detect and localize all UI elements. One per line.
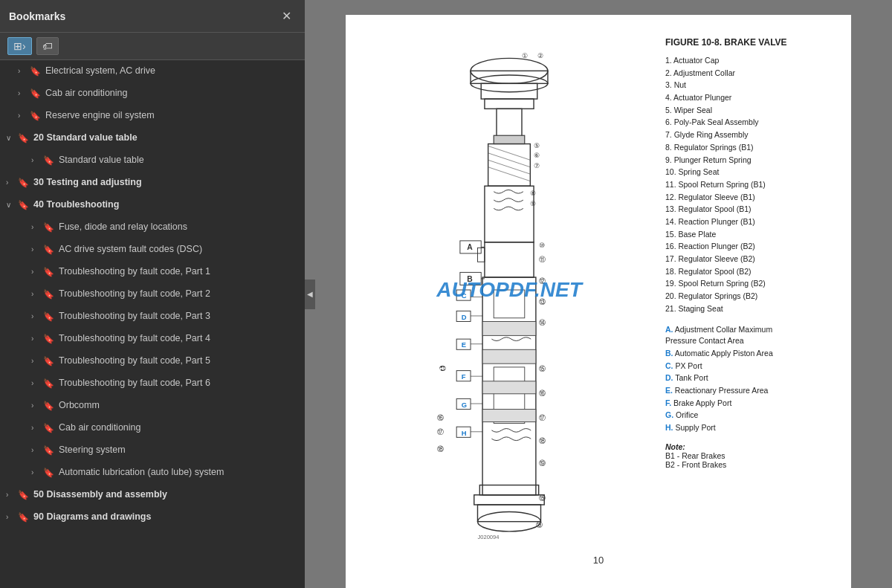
sidebar-toolbar: ⊞› 🏷	[0, 33, 305, 60]
sidebar-item-label: 20 Standard value table	[33, 132, 138, 145]
page-container[interactable]: AUTOPDF.NET ① ②	[305, 0, 892, 588]
svg-text:B: B	[467, 275, 473, 283]
svg-text:E: E	[462, 340, 466, 349]
bookmark-tag-icon[interactable]: 🏷	[36, 37, 59, 55]
svg-text:㉑: ㉑	[439, 365, 446, 372]
legend-area: FIGURE 10-8. BRAKE VALVE 1. Actuator Cap…	[665, 37, 829, 543]
sidebar-item-fault-part1[interactable]: › 🔖 Troubleshooting by fault code, Part …	[0, 261, 305, 283]
svg-text:J020094: J020094	[478, 534, 500, 540]
bookmark-icon: 🔖	[30, 88, 41, 100]
legend-letter-e: E. Reactionary Pressure Area	[665, 385, 829, 396]
sidebar-item-label: Electrical system, AC drive	[45, 65, 155, 78]
svg-text:⑰: ⑰	[437, 428, 444, 436]
sidebar-item-steering[interactable]: › 🔖 Steering system	[0, 439, 305, 462]
bookmark-icon: 🔖	[43, 445, 54, 457]
legend-letter-c: C. PX Port	[665, 361, 829, 372]
svg-text:C: C	[462, 291, 467, 300]
svg-text:F: F	[462, 372, 466, 381]
legend-item-19: 19. Spool Return Spring (B2)	[665, 278, 829, 289]
svg-text:②: ②	[537, 51, 543, 59]
legend-item-14: 14. Reaction Plunger (B1)	[665, 216, 829, 227]
sidebar-item-fault-part6[interactable]: › 🔖 Troubleshooting by fault code, Part …	[0, 372, 305, 395]
sidebar-item-ac-drive-fault[interactable]: › 🔖 AC drive system fault codes (DSC)	[0, 239, 305, 261]
sidebar-item-cab-air-top[interactable]: › 🔖 Cab air conditioning	[0, 83, 305, 105]
svg-text:⑮: ⑮	[539, 494, 546, 502]
chevron-icon: ›	[31, 222, 40, 233]
sidebar-item-disassembly[interactable]: › 🔖 50 Disassembly and assembly	[0, 484, 305, 506]
bookmark-list-icon[interactable]: ⊞›	[7, 37, 32, 55]
chevron-icon: ›	[31, 289, 40, 300]
bookmark-icon: 🔖	[43, 378, 54, 390]
legend-item-4: 4. Actuator Plunger	[665, 92, 829, 103]
sidebar-item-troubleshooting[interactable]: ∨ 🔖 40 Troubleshooting	[0, 194, 305, 216]
chevron-expand-icon: ∨	[6, 133, 15, 143]
sidebar-item-auto-lube[interactable]: › 🔖 Automatic lubrication (auto lube) sy…	[0, 462, 305, 484]
svg-rect-7	[497, 109, 522, 137]
legend-item-8: 8. Regulator Springs (B1)	[665, 142, 829, 153]
legend-item-6: 6. Poly-Pak Seal Assembly	[665, 117, 829, 128]
sidebar-item-standard-value[interactable]: ∨ 🔖 20 Standard value table	[0, 127, 305, 149]
svg-rect-6	[485, 99, 534, 109]
svg-text:⑦: ⑦	[534, 162, 540, 169]
sidebar-item-diagrams[interactable]: › 🔖 90 Diagrams and drawings	[0, 506, 305, 529]
svg-text:⑮: ⑮	[536, 521, 543, 529]
svg-rect-41	[494, 290, 525, 318]
sidebar-item-fault-part4[interactable]: › 🔖 Troubleshooting by fault code, Part …	[0, 328, 305, 350]
chevron-icon: ›	[31, 267, 40, 277]
sidebar-item-fault-part5[interactable]: › 🔖 Troubleshooting by fault code, Part …	[0, 350, 305, 372]
svg-line-12	[488, 160, 531, 174]
bookmark-icon: 🔖	[18, 177, 29, 190]
sidebar-item-label: Troubleshooting by fault code, Part 3	[59, 310, 210, 323]
bookmark-list: › 🔖 Electrical system, AC drive › 🔖 Cab …	[0, 60, 305, 588]
chevron-icon: ›	[31, 356, 40, 366]
legend-item-13: 13. Regulator Spool (B1)	[665, 204, 829, 215]
svg-rect-58	[474, 495, 544, 505]
sidebar-item-cab-air[interactable]: › 🔖 Cab air conditioning	[0, 417, 305, 439]
sidebar-item-standard-value-sub[interactable]: › 🔖 Standard value table	[0, 149, 305, 172]
close-button[interactable]: ✕	[277, 7, 296, 25]
svg-text:⑯: ⑯	[539, 390, 546, 397]
chevron-icon: ›	[6, 490, 15, 500]
legend-item-3: 3. Nut	[665, 80, 829, 91]
collapse-handle[interactable]: ◀	[305, 280, 315, 309]
svg-rect-42	[482, 322, 536, 336]
legend-item-9: 9. Plunger Return Spring	[665, 155, 829, 166]
sidebar-item-reserve-engine[interactable]: › 🔖 Reserve engine oil system	[0, 105, 305, 127]
note-line-1: B1 - Rear Brakes	[665, 451, 829, 460]
sidebar-item-label: Cab air conditioning	[45, 87, 128, 100]
chevron-icon: ›	[6, 178, 15, 188]
sidebar-item-orbcomm[interactable]: › 🔖 Orbcomm	[0, 395, 305, 417]
legend-letter-f: F. Brake Apply Port	[665, 398, 829, 409]
svg-text:⑯: ⑯	[437, 414, 444, 421]
svg-text:G: G	[462, 401, 467, 409]
svg-text:⑮: ⑮	[539, 365, 546, 372]
svg-text:⑭: ⑭	[539, 319, 546, 326]
svg-text:⑱: ⑱	[539, 437, 546, 445]
bookmark-icon: 🔖	[43, 422, 54, 435]
legend-item-5: 5. Wiper Seal	[665, 105, 829, 116]
chevron-icon: ›	[18, 88, 27, 99]
sidebar-item-fuse-diode[interactable]: › 🔖 Fuse, diode and relay locations	[0, 216, 305, 239]
sidebar-item-electrical[interactable]: › 🔖 Electrical system, AC drive	[0, 60, 305, 83]
svg-line-13	[488, 167, 531, 181]
sidebar-item-label: Fuse, diode and relay locations	[59, 221, 187, 234]
sidebar-item-testing[interactable]: › 🔖 30 Testing and adjusting	[0, 172, 305, 194]
chevron-icon: ›	[31, 445, 40, 456]
legend-item-1: 1. Actuator Cap	[665, 55, 829, 66]
legend-letter-a: A. Adjustment Collar MaximumPressure Con…	[665, 324, 829, 346]
chevron-icon: ›	[31, 311, 40, 322]
figure-title: FIGURE 10-8. BRAKE VALVE	[665, 37, 829, 48]
sidebar-item-fault-part2[interactable]: › 🔖 Troubleshooting by fault code, Part …	[0, 283, 305, 306]
brake-valve-diagram: ① ②	[413, 37, 606, 543]
svg-rect-56	[482, 381, 536, 394]
note-section: Note: B1 - Rear Brakes B2 - Front Brakes	[665, 442, 829, 469]
bookmark-icon: 🔖	[18, 199, 29, 212]
bookmark-icon: 🔖	[30, 110, 41, 123]
page-number: 10	[593, 555, 604, 566]
bookmark-icon: 🔖	[43, 288, 54, 301]
sidebar-item-fault-part3[interactable]: › 🔖 Troubleshooting by fault code, Part …	[0, 306, 305, 328]
note-line-2: B2 - Front Brakes	[665, 460, 829, 469]
svg-line-10	[488, 146, 531, 160]
chevron-icon: ›	[31, 401, 40, 411]
sidebar-item-label: AC drive system fault codes (DSC)	[59, 243, 202, 256]
